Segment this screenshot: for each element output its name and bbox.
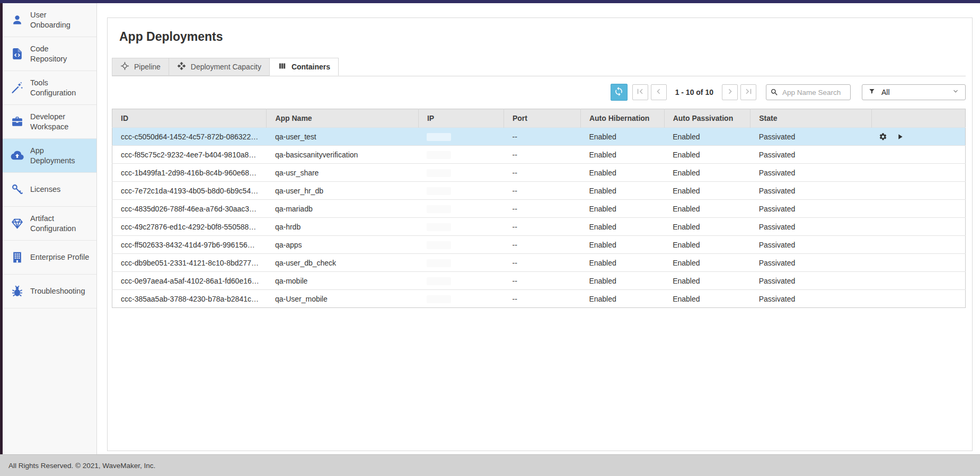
main-content: App Deployments Pipeline Deployment Capa… — [97, 3, 980, 454]
start-play-icon[interactable] — [896, 133, 904, 141]
cell-auto-passivation: Enabled — [664, 128, 751, 146]
sidebar-item-label: Tools Configuration — [30, 78, 76, 98]
cell-id: ccc-0e97aea4-a5af-4102-86a1-fd60e16… — [112, 272, 267, 290]
cell-auto-passivation: Enabled — [664, 182, 751, 200]
state-filter-dropdown[interactable]: All — [862, 84, 966, 100]
table-row[interactable]: ccc-7e72c1da-4193-4b05-b8d0-6b9c54… qa-u… — [112, 182, 966, 200]
sidebar-item-label: Artifact Configuration — [30, 214, 76, 234]
sidebar-item-enterprise-profile[interactable]: Enterprise Profile — [3, 241, 96, 275]
cell-ip — [418, 164, 504, 182]
table-row[interactable]: ccc-c5050d64-1452-4c57-872b-086322… qa-u… — [112, 128, 966, 146]
cell-state: Passivated — [751, 218, 872, 236]
cell-port: -- — [504, 182, 580, 200]
cell-app-name: qa-hrdb — [267, 218, 419, 236]
cell-id: ccc-385aa5ab-3788-4230-b78a-b2841c… — [112, 290, 267, 308]
sidebar-item-label: Troubleshooting — [30, 286, 85, 296]
cell-port: -- — [504, 254, 580, 272]
column-header-port: Port — [504, 109, 580, 128]
cell-auto-hibernation: Enabled — [580, 236, 664, 254]
table-row[interactable]: ccc-db9be051-2331-4121-8c10-8bd277… qa-u… — [112, 254, 966, 272]
bug-icon — [11, 285, 24, 298]
building-icon — [11, 251, 24, 264]
next-page-button[interactable] — [722, 84, 738, 100]
cloud-upload-icon — [11, 149, 24, 162]
cell-auto-passivation: Enabled — [664, 272, 751, 290]
chevron-left-icon — [654, 86, 664, 98]
sidebar-item-code-repository[interactable]: Code Repository — [3, 37, 96, 71]
cell-actions — [871, 200, 965, 218]
tab-label: Deployment Capacity — [191, 63, 261, 71]
sidebar-item-label: Licenses — [30, 184, 60, 195]
table-row[interactable]: ccc-4835d026-788f-46ea-a76d-30aac3… qa-m… — [112, 200, 966, 218]
column-header-id: ID — [112, 109, 267, 128]
cell-id: ccc-4835d026-788f-46ea-a76d-30aac3… — [112, 200, 267, 218]
cell-id: ccc-db9be051-2331-4121-8c10-8bd277… — [112, 254, 267, 272]
cell-ip — [418, 146, 504, 164]
key-icon — [11, 183, 24, 196]
cell-actions — [871, 146, 965, 164]
refresh-icon — [614, 86, 624, 98]
cell-port: -- — [504, 200, 580, 218]
table-row[interactable]: ccc-0e97aea4-a5af-4102-86a1-fd60e16… qa-… — [112, 272, 966, 290]
cell-state: Passivated — [751, 128, 872, 146]
last-page-button[interactable] — [740, 84, 756, 100]
table-row[interactable]: ccc-49c27876-ed1c-4292-b0f8-550588… qa-h… — [112, 218, 966, 236]
filter-value: All — [881, 88, 946, 96]
ip-value-redacted — [427, 133, 451, 141]
sidebar-item-licenses[interactable]: Licenses — [3, 173, 96, 207]
tab-pipeline[interactable]: Pipeline — [112, 58, 169, 76]
cell-ip — [418, 182, 504, 200]
prev-page-button[interactable] — [651, 84, 667, 100]
cell-app-name: qa-user_db_check — [267, 254, 419, 272]
table-row[interactable]: ccc-385aa5ab-3788-4230-b78a-b2841c… qa-U… — [112, 290, 966, 308]
search-icon — [770, 88, 779, 96]
table-body: ccc-c5050d64-1452-4c57-872b-086322… qa-u… — [112, 128, 966, 308]
cell-port: -- — [504, 146, 580, 164]
app-deployments-panel: App Deployments Pipeline Deployment Capa… — [107, 17, 973, 451]
refresh-button[interactable] — [611, 84, 628, 101]
column-header-auto-hibernation: Auto Hibernation — [580, 109, 664, 128]
table-row[interactable]: ccc-1b499fa1-2d98-416b-8c4b-960e68… qa-u… — [112, 164, 966, 182]
cell-auto-passivation: Enabled — [664, 290, 751, 308]
copyright-text: All Rights Reserved. © 2021, WaveMaker, … — [8, 462, 155, 470]
sidebar-item-troubleshooting[interactable]: Troubleshooting — [3, 275, 96, 308]
cell-state: Passivated — [751, 164, 872, 182]
sidebar-item-artifact-configuration[interactable]: Artifact Configuration — [3, 207, 96, 241]
tab-deployment-capacity[interactable]: Deployment Capacity — [169, 58, 270, 76]
diamond-icon — [11, 217, 24, 230]
cell-ip — [418, 200, 504, 218]
cell-app-name: qa-apps — [267, 236, 419, 254]
cell-actions — [871, 218, 965, 236]
sidebar-item-app-deployments[interactable]: App Deployments — [3, 139, 96, 173]
search-input[interactable] — [766, 84, 851, 100]
cell-ip — [418, 218, 504, 236]
sidebar-item-tools-configuration[interactable]: Tools Configuration — [3, 71, 96, 105]
settings-gear-icon[interactable] — [879, 133, 887, 141]
cell-port: -- — [504, 236, 580, 254]
table-row[interactable]: ccc-f85c75c2-9232-4ee7-b404-9810a8… qa-b… — [112, 146, 966, 164]
last-page-icon — [744, 86, 754, 98]
sidebar-item-label: User Onboarding — [30, 10, 70, 30]
cell-auto-hibernation: Enabled — [580, 128, 664, 146]
cell-state: Passivated — [751, 146, 872, 164]
ip-value-redacted — [427, 241, 451, 249]
sidebar-item-developer-workspace[interactable]: Developer Workspace — [3, 105, 96, 139]
cell-auto-hibernation: Enabled — [580, 290, 664, 308]
cell-actions — [871, 164, 965, 182]
code-file-icon — [11, 47, 24, 60]
cell-ip — [418, 272, 504, 290]
first-page-button[interactable] — [632, 84, 648, 100]
sidebar-item-user-onboarding[interactable]: User Onboarding — [3, 3, 96, 37]
table-row[interactable]: ccc-ff502633-8432-41d4-97b6-996156… qa-a… — [112, 236, 966, 254]
ip-value-redacted — [427, 223, 451, 231]
page-title: App Deployments — [119, 30, 966, 44]
cell-app-name: qa-user_hr_db — [267, 182, 419, 200]
cell-app-name: qa-mariadb — [267, 200, 419, 218]
tab-containers[interactable]: Containers — [270, 58, 339, 76]
column-header-app-name: App Name — [267, 109, 419, 128]
funnel-icon — [868, 87, 876, 97]
ip-value-redacted — [427, 295, 451, 303]
cell-app-name: qa-user_test — [267, 128, 419, 146]
briefcase-icon — [11, 115, 24, 128]
page-info: 1 - 10 of 10 — [675, 88, 713, 96]
